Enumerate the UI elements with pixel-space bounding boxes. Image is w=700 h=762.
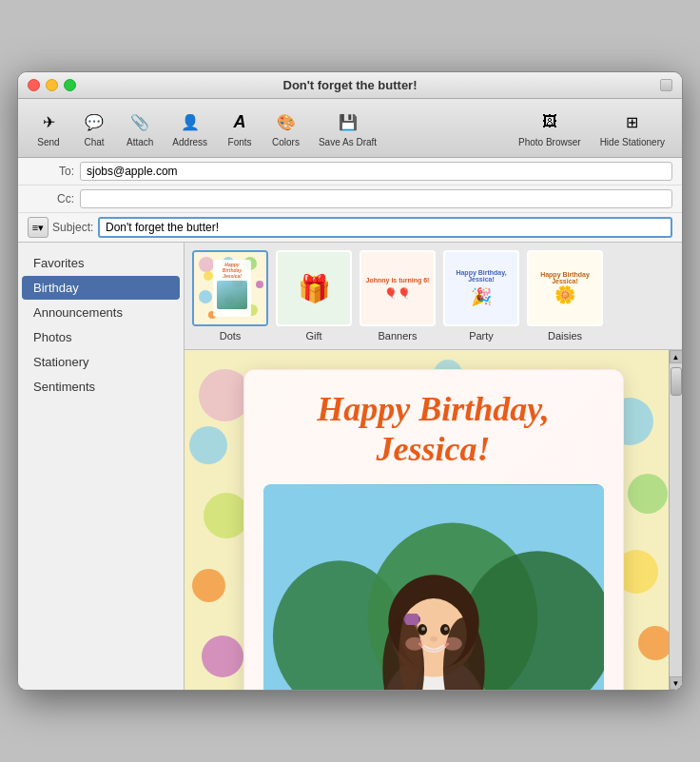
colors-icon (273, 108, 300, 135)
attach-label: Attach (126, 137, 153, 147)
photo-label: Photo Browser (518, 137, 581, 147)
stationery-preview-party: Happy Birthday,Jessica! 🎉 (443, 250, 519, 326)
stationery-label-party: Party (469, 330, 494, 342)
traffic-lights (28, 79, 76, 91)
photo-browser-icon (536, 108, 563, 135)
hide-stationery-button[interactable]: Hide Stationery (593, 105, 672, 151)
chat-button[interactable]: Chat (73, 105, 115, 151)
resize-button[interactable] (660, 79, 672, 91)
svg-point-15 (421, 627, 425, 631)
stationery-preview-daisies: Happy BirthdayJessica! 🌼 (527, 250, 603, 326)
subject-label: Subject: (52, 221, 98, 234)
main-window: Don't forget the butter! Send Chat Attac… (17, 71, 683, 691)
svg-point-17 (430, 636, 438, 642)
sidebar-item-sentiments[interactable]: Sentiments (22, 375, 180, 399)
party-preview: Happy Birthday,Jessica! 🎉 (445, 252, 517, 324)
cc-label: Cc: (28, 192, 80, 205)
main-content: Favorites Birthday Announcements Photos … (18, 243, 682, 690)
stationery-thumb-party[interactable]: Happy Birthday,Jessica! 🎉 Party (443, 250, 519, 342)
window-title: Don't forget the butter! (282, 78, 417, 92)
birthday-card-photo (263, 484, 604, 690)
photo-browser-button[interactable]: Photo Browser (511, 105, 589, 151)
chat-label: Chat (84, 137, 104, 147)
subject-dropdown-button[interactable]: ≡▾ (28, 217, 49, 238)
fonts-label: Fonts (228, 137, 252, 147)
stationery-label-daisies: Daisies (548, 330, 582, 342)
scroll-down-arrow[interactable]: ▼ (670, 676, 683, 690)
maximize-button[interactable] (64, 79, 76, 91)
scrollbar[interactable]: ▲ ▼ (669, 350, 682, 690)
gift-preview: 🎁 (278, 252, 350, 324)
save-draft-button[interactable]: Save As Draft (311, 105, 384, 151)
send-button[interactable]: Send (28, 105, 69, 151)
stationery-label-banners: Banners (379, 330, 418, 342)
stationery-thumb-banners[interactable]: Johnny is turning 6! 🎈🎈 Banners (360, 250, 436, 342)
attach-button[interactable]: Attach (119, 105, 161, 151)
address-label: Address (172, 137, 207, 147)
sidebar-item-photos[interactable]: Photos (22, 325, 180, 349)
fonts-icon (226, 108, 253, 135)
title-bar: Don't forget the butter! (18, 72, 682, 99)
cc-row: Cc: (18, 186, 682, 213)
subject-row: ≡▾ Subject: (18, 213, 682, 242)
colors-button[interactable]: Colors (264, 105, 307, 151)
close-button[interactable] (28, 79, 40, 91)
dots-background: Happy Birthday, Jessica! (185, 350, 682, 690)
hide-stationery-icon (619, 108, 646, 135)
stationery-strip: HappyBirthdayJessica! Dots 🎁 Gift (185, 243, 682, 350)
email-body: Happy Birthday, Jessica! (185, 350, 682, 690)
stationery-preview-dots: HappyBirthdayJessica! (192, 250, 268, 326)
save-icon (335, 108, 361, 135)
svg-point-16 (443, 627, 447, 631)
dots-preview: HappyBirthdayJessica! (194, 252, 266, 324)
stationery-label-gift: Gift (305, 330, 321, 342)
sidebar-item-stationery[interactable]: Stationery (22, 350, 180, 374)
stationery-preview-gift: 🎁 (276, 250, 352, 326)
girl-photo-svg (263, 484, 604, 690)
birthday-card-title: Happy Birthday, Jessica! (263, 389, 604, 469)
daisies-preview: Happy BirthdayJessica! 🌼 (529, 252, 601, 324)
stationery-thumb-gift[interactable]: 🎁 Gift (276, 250, 352, 342)
svg-point-18 (405, 637, 424, 651)
cc-input[interactable] (80, 189, 672, 208)
send-icon (35, 108, 62, 135)
scroll-thumb[interactable] (671, 367, 682, 396)
attach-icon (126, 108, 153, 135)
save-label: Save As Draft (319, 137, 377, 147)
chat-icon (81, 108, 107, 135)
banners-preview: Johnny is turning 6! 🎈🎈 (361, 252, 434, 324)
birthday-card: Happy Birthday, Jessica! (243, 369, 624, 690)
stationery-thumb-dots[interactable]: HappyBirthdayJessica! Dots (192, 250, 268, 342)
stationery-thumb-daisies[interactable]: Happy BirthdayJessica! 🌼 Daisies (527, 250, 603, 342)
to-label: To: (28, 165, 80, 178)
to-input[interactable] (80, 162, 672, 181)
toolbar: Send Chat Attach Address Fonts Colors Sa… (18, 99, 682, 158)
send-label: Send (37, 137, 59, 147)
to-row: To: (18, 158, 682, 186)
address-area: To: Cc: ≡▾ Subject: (18, 158, 682, 243)
fonts-button[interactable]: Fonts (219, 105, 261, 151)
stationery-label-dots: Dots (220, 330, 242, 342)
colors-label: Colors (272, 137, 300, 147)
sidebar-item-announcements[interactable]: Announcements (22, 301, 180, 324)
stationery-preview-banners: Johnny is turning 6! 🎈🎈 (360, 250, 436, 326)
hide-label: Hide Stationery (600, 137, 665, 147)
sidebar: Favorites Birthday Announcements Photos … (18, 243, 185, 690)
minimize-button[interactable] (46, 79, 58, 91)
right-panel: HappyBirthdayJessica! Dots 🎁 Gift (185, 243, 682, 690)
svg-point-19 (442, 637, 461, 651)
address-icon (177, 108, 204, 135)
scroll-up-arrow[interactable]: ▲ (670, 350, 683, 363)
subject-input[interactable] (98, 217, 672, 238)
svg-rect-21 (405, 614, 418, 625)
sidebar-item-favorites[interactable]: Favorites (22, 251, 180, 275)
sidebar-item-birthday[interactable]: Birthday (22, 276, 180, 300)
address-button[interactable]: Address (165, 105, 215, 151)
